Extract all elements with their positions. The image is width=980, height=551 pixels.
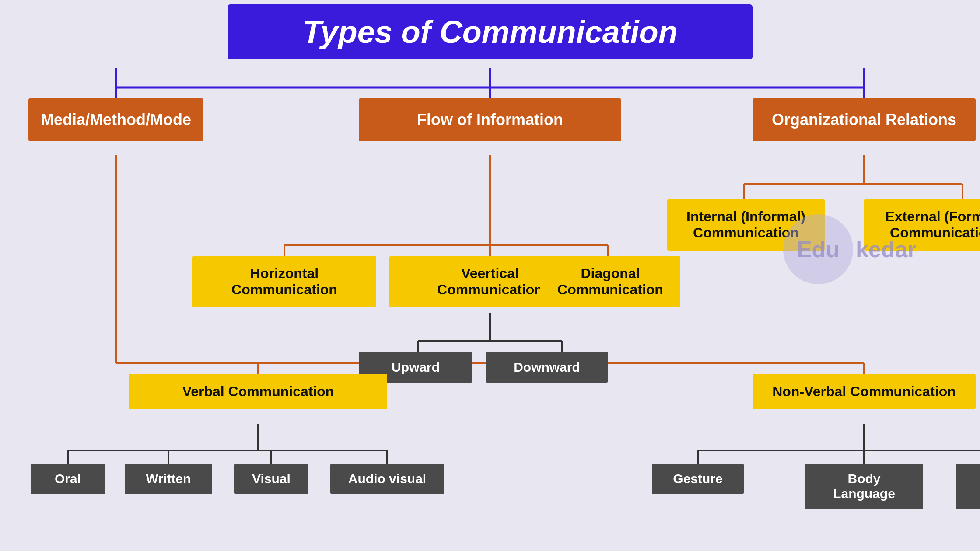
nonverbal-communication-box: Non-Verbal Communication: [752, 374, 976, 409]
visual-box: Visual: [234, 464, 308, 494]
downward-box: Downward: [486, 352, 608, 383]
page-title: Types of Communication: [228, 4, 752, 59]
organizational-relations-box: Organizational Relations: [752, 98, 976, 141]
horizontal-communication-box: Horizontal Communication: [192, 256, 376, 307]
verbal-communication-box: Verbal Communication: [129, 374, 387, 409]
watermark: Edu kedar: [783, 214, 936, 302]
oral-box: Oral: [31, 464, 105, 494]
media-method-mode-box: Media/Method/Mode: [28, 98, 203, 141]
diagonal-communication-box: Diagonal Communication: [540, 256, 680, 307]
flow-of-information-box: Flow of Information: [359, 98, 621, 141]
gesture-box: Gesture: [652, 464, 744, 494]
audiovisual-box: Audio visual: [330, 464, 444, 494]
body-language-box: Body Language: [805, 464, 923, 509]
written-box: Written: [125, 464, 212, 494]
eye-contact-box: Eye Contact: [956, 464, 980, 509]
